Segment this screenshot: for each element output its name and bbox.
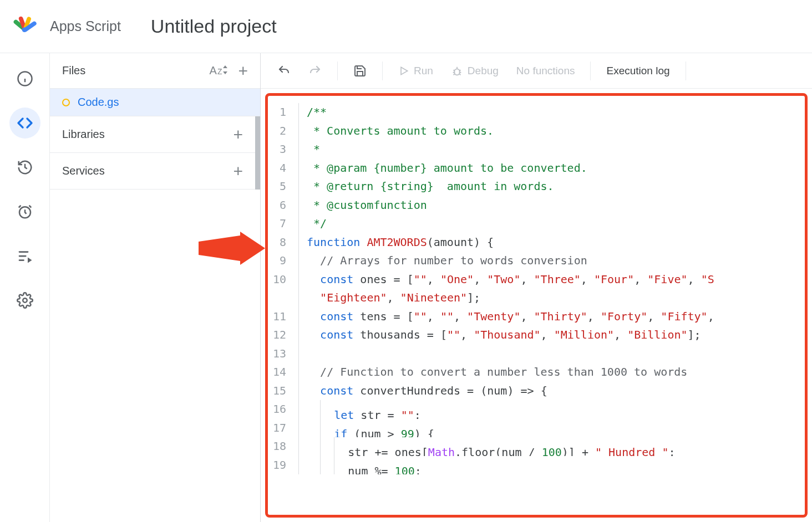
unsaved-indicator-icon [62,99,70,106]
libraries-section-header: Libraries + [50,116,255,153]
toolbar-separator [382,62,383,80]
add-file-button[interactable]: + [238,62,248,80]
nav-rail [0,53,50,522]
file-panel: Files AZ + Code.gs Libraries + Services [50,53,261,522]
toolbar-separator [337,62,338,80]
code-line[interactable]: 17 if (num > 99) { [265,419,808,438]
toolbar-separator [686,62,686,80]
function-select[interactable]: No functions [511,62,581,80]
app-header: Apps Script Untitled project [0,0,812,53]
code-line[interactable]: 9 // Arrays for number to words conversi… [265,252,808,270]
code-line[interactable]: 6 * @customfunction [265,196,808,215]
code-line[interactable]: 11 const tens = ["", "", "Twenty", "Thir… [265,308,808,326]
code-line[interactable]: 15 const convertHundreds = (num) => { [265,382,808,401]
code-line[interactable]: 1/** [265,103,808,122]
svg-marker-12 [28,258,32,263]
project-title[interactable]: Untitled project [151,16,277,37]
files-label: Files [62,64,85,77]
editor-toolbar: Run Debug No functions Execution log [261,53,812,89]
scrollbar-thumb[interactable] [255,153,260,190]
svg-point-13 [23,298,27,303]
code-line[interactable]: 4 * @param {number} amount to be convert… [265,159,808,178]
undo-button[interactable] [272,61,296,81]
function-select-label: No functions [516,65,575,77]
executions-nav-button[interactable] [9,240,40,272]
sort-files-button[interactable]: AZ [210,64,229,77]
code-line[interactable]: 13 [265,345,808,364]
code-line[interactable]: "Eighteen", "Nineteen"]; [265,289,808,308]
add-service-button[interactable]: + [233,162,243,181]
execution-log-label: Execution log [606,65,669,77]
code-line[interactable]: 14 // Function to convert a number less … [265,363,808,382]
code-line[interactable]: 18 str += ones[Math.floor(num / 100)] + … [265,437,808,456]
file-item-code-gs[interactable]: Code.gs [50,89,260,116]
editor-container: 1/**2 * Converts amount to words.3 *4 * … [261,89,812,522]
file-name: Code.gs [78,96,119,109]
code-line[interactable]: 16 let str = ""; [265,400,808,419]
save-button[interactable] [348,61,372,81]
svg-marker-14 [223,65,227,68]
toolbar-separator [590,62,591,80]
main-layout: Files AZ + Code.gs Libraries + Services [0,53,812,522]
svg-marker-16 [401,67,408,74]
code-line[interactable]: 2 * Converts amount to words. [265,122,808,141]
run-button[interactable]: Run [393,62,439,80]
code-line[interactable]: 10 const ones = ["", "One", "Two", "Thre… [265,270,808,289]
redo-button[interactable] [303,61,327,81]
app-name: Apps Script [50,18,121,34]
code-editor[interactable]: 1/**2 * Converts amount to words.3 *4 * … [265,93,808,474]
files-section-header: Files AZ + [50,53,260,89]
libraries-label: Libraries [62,128,105,141]
scrollbar-thumb[interactable] [255,116,260,153]
editor-area: Run Debug No functions Execution log 1/*… [261,53,812,522]
apps-script-logo-icon [11,13,38,40]
code-line[interactable]: 12 const thousands = ["", "Thousand", "M… [265,326,808,345]
triggers-nav-button[interactable] [9,196,40,227]
add-library-button[interactable]: + [233,125,243,144]
code-line[interactable]: 19 num %= 100; [265,456,808,475]
debug-button[interactable]: Debug [445,62,504,80]
svg-marker-15 [223,71,227,74]
svg-rect-17 [454,69,459,75]
svg-point-4 [22,27,27,32]
overview-nav-button[interactable] [9,63,40,94]
code-line[interactable]: 5 * @return {string} amount in words. [265,177,808,196]
debug-label: Debug [468,65,499,77]
svg-marker-18 [199,232,265,265]
code-line[interactable]: 3 * [265,140,808,159]
code-line[interactable]: 7 */ [265,214,808,233]
code-line[interactable]: 8function AMT2WORDS(amount) { [265,233,808,252]
run-label: Run [414,65,433,77]
services-label: Services [62,165,105,177]
execution-log-button[interactable]: Execution log [601,62,675,80]
editor-nav-button[interactable] [9,108,40,139]
settings-nav-button[interactable] [9,285,40,316]
history-nav-button[interactable] [9,152,40,183]
annotation-arrow-icon [199,232,265,267]
services-section-header: Services + [50,153,255,190]
